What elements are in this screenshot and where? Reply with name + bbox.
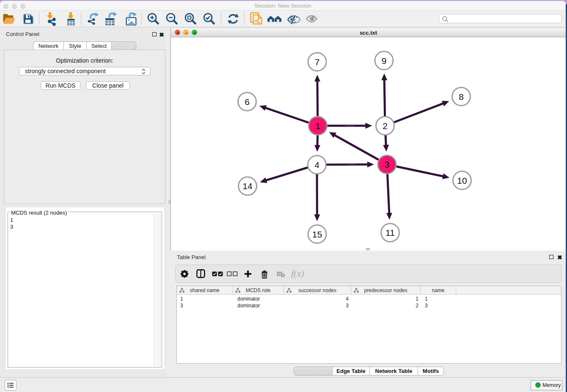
svg-text:8: 8 bbox=[459, 92, 464, 102]
svg-text:1: 1 bbox=[315, 121, 320, 131]
svg-text:6: 6 bbox=[245, 97, 250, 107]
svg-text:14: 14 bbox=[242, 181, 253, 191]
svg-text:2: 2 bbox=[383, 121, 388, 131]
svg-text:3: 3 bbox=[385, 160, 390, 169]
svg-text:7: 7 bbox=[315, 57, 320, 67]
svg-text:11: 11 bbox=[385, 228, 395, 237]
svg-text:9: 9 bbox=[382, 56, 387, 66]
svg-text:10: 10 bbox=[457, 176, 467, 185]
svg-text:15: 15 bbox=[312, 229, 322, 239]
svg-text:4: 4 bbox=[314, 160, 319, 170]
